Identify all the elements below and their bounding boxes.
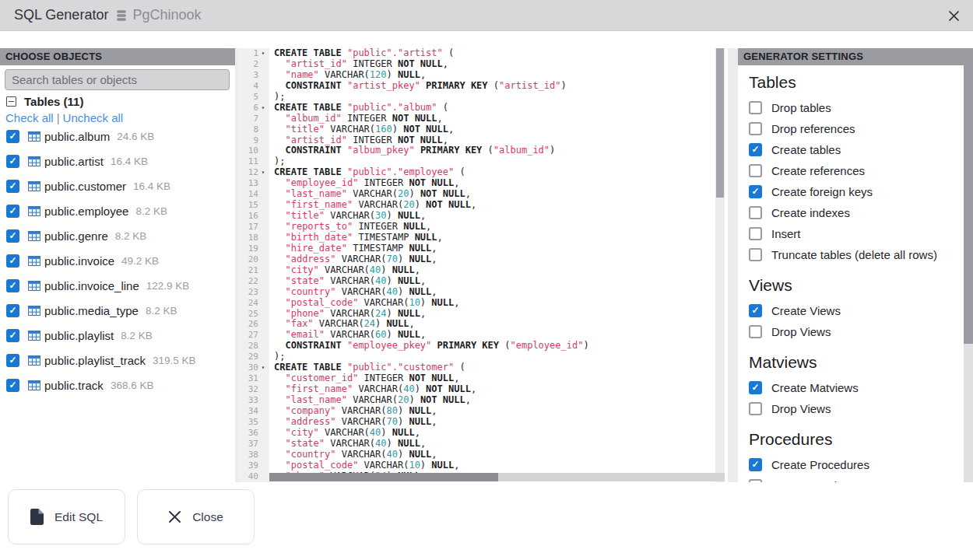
line-number[interactable]: 24 — [238, 298, 269, 309]
table-checkbox[interactable] — [6, 180, 19, 193]
option-checkbox[interactable] — [749, 458, 762, 471]
table-checkbox[interactable] — [6, 279, 19, 292]
line-number[interactable]: 38 — [238, 450, 269, 460]
code-line[interactable]: "birth_date" TIMESTAMP NULL, — [274, 233, 715, 243]
table-checkbox[interactable] — [6, 254, 19, 268]
code-line[interactable]: CONSTRAINT "album_pkey" PRIMARY KEY ("al… — [274, 145, 715, 156]
table-checkbox[interactable] — [6, 354, 19, 367]
option-row[interactable]: Drop Views — [749, 321, 965, 342]
option-checkbox[interactable] — [749, 122, 762, 135]
line-number[interactable]: 40 — [238, 471, 269, 482]
table-row[interactable]: public.playlist 8.2 KB — [0, 323, 235, 348]
code-line[interactable]: "country" VARCHAR(40) NULL, — [274, 287, 715, 298]
code-line[interactable]: "name" VARCHAR(120) NULL, — [274, 70, 715, 81]
line-number[interactable]: 3 — [238, 70, 269, 81]
code-line[interactable]: "postal_code" VARCHAR(10) NULL, — [274, 460, 715, 471]
line-number[interactable]: 17 — [238, 222, 269, 233]
settings-scrollbar[interactable] — [964, 65, 973, 482]
option-row[interactable]: Drop Views — [749, 398, 965, 419]
table-row[interactable]: public.track 368.6 KB — [0, 373, 235, 397]
option-checkbox[interactable] — [749, 164, 762, 177]
code-line[interactable]: "last_name" VARCHAR(20) NOT NULL, — [274, 189, 715, 200]
code-line[interactable]: "phone" VARCHAR(24) NULL, — [274, 309, 715, 320]
settings-scrollbar-thumb[interactable] — [964, 65, 973, 344]
line-number[interactable]: 27 — [238, 330, 269, 341]
line-number[interactable]: 14 — [238, 189, 269, 200]
code-line[interactable]: CONSTRAINT "employee_pkey" PRIMARY KEY (… — [274, 341, 715, 352]
option-checkbox[interactable] — [749, 248, 762, 261]
line-number[interactable]: 6▾ — [238, 103, 269, 114]
line-number[interactable]: 26 — [238, 319, 269, 330]
table-row[interactable]: public.invoice_line 122.9 KB — [0, 273, 235, 298]
code-line[interactable]: "album_id" INTEGER NOT NULL, — [274, 114, 715, 124]
code-line[interactable]: "company" VARCHAR(80) NULL, — [274, 406, 715, 417]
option-row[interactable]: Drop Procedures — [749, 475, 965, 482]
code-line[interactable]: "state" VARCHAR(40) NULL, — [274, 276, 715, 287]
line-number[interactable]: 2 — [238, 59, 269, 70]
close-button[interactable]: Close — [137, 489, 255, 544]
code-line[interactable]: "employee_id" INTEGER NOT NULL, — [274, 178, 715, 189]
fold-icon[interactable]: ▾ — [258, 167, 268, 178]
line-number[interactable]: 21 — [238, 265, 269, 276]
line-number[interactable]: 20 — [238, 254, 269, 265]
edit-sql-button[interactable]: Edit SQL — [8, 489, 125, 544]
option-checkbox[interactable] — [749, 101, 762, 114]
code-line[interactable]: "hire_date" TIMESTAMP NULL, — [274, 243, 715, 254]
option-row[interactable]: Truncate tables (delete all rows) — [749, 244, 965, 265]
option-checkbox[interactable] — [749, 206, 762, 219]
table-checkbox[interactable] — [6, 379, 19, 392]
option-checkbox[interactable] — [749, 402, 762, 415]
line-number[interactable]: 5 — [238, 92, 269, 103]
line-number[interactable]: 33 — [238, 395, 269, 406]
line-number[interactable]: 15 — [238, 200, 269, 211]
sql-editor[interactable]: 1▾23456▾789101112▾1314151617181920212223… — [238, 48, 728, 482]
line-number[interactable]: 16 — [238, 211, 269, 222]
option-checkbox[interactable] — [749, 325, 762, 338]
option-checkbox[interactable] — [749, 143, 762, 156]
code-line[interactable]: "last_name" VARCHAR(20) NOT NULL, — [274, 395, 715, 406]
code-line[interactable]: "customer_id" INTEGER NOT NULL, — [274, 373, 715, 384]
code-line[interactable]: CONSTRAINT "artist_pkey" PRIMARY KEY ("a… — [274, 81, 715, 92]
option-row[interactable]: Create foreign keys — [749, 181, 965, 202]
code-line[interactable]: "city" VARCHAR(40) NULL, — [274, 265, 715, 276]
line-number[interactable]: 29 — [238, 352, 269, 362]
table-row[interactable]: public.playlist_track 319.5 KB — [0, 348, 235, 373]
fold-icon[interactable]: ▾ — [258, 48, 268, 59]
table-checkbox[interactable] — [6, 304, 19, 317]
line-number[interactable]: 37 — [238, 439, 269, 450]
table-checkbox[interactable] — [6, 229, 19, 243]
check-all-link[interactable]: Check all — [5, 111, 54, 124]
option-checkbox[interactable] — [749, 185, 762, 198]
code-line[interactable]: "fax" VARCHAR(24) NULL, — [274, 319, 715, 330]
fold-icon[interactable]: ▾ — [258, 362, 268, 373]
line-number[interactable]: 9 — [238, 135, 269, 146]
line-number[interactable]: 18 — [238, 233, 269, 243]
editor-horizontal-scrollbar[interactable] — [269, 473, 725, 481]
line-number[interactable]: 30▾ — [238, 362, 269, 373]
table-checkbox[interactable] — [6, 205, 19, 218]
code-line[interactable]: ); — [274, 92, 715, 103]
code-line[interactable]: "title" VARCHAR(30) NULL, — [274, 211, 715, 222]
fold-icon[interactable]: ▾ — [258, 103, 268, 114]
code-line[interactable]: ); — [274, 352, 715, 362]
option-checkbox[interactable] — [749, 381, 762, 394]
editor-vertical-scrollbar-thumb[interactable] — [716, 48, 724, 198]
line-number[interactable]: 23 — [238, 287, 269, 298]
code-line[interactable]: "city" VARCHAR(40) NULL, — [274, 428, 715, 439]
table-row[interactable]: public.artist 16.4 KB — [0, 149, 235, 173]
option-row[interactable]: Create tables — [749, 139, 965, 160]
option-row[interactable]: Drop tables — [749, 97, 965, 118]
code-line[interactable]: CREATE TABLE "public"."artist" ( — [274, 48, 715, 59]
option-checkbox[interactable] — [749, 227, 762, 240]
dialog-close-icon[interactable] — [947, 9, 961, 23]
code-line[interactable]: "artist_id" INTEGER NOT NULL, — [274, 135, 715, 146]
code-line[interactable]: "postal_code" VARCHAR(10) NULL, — [274, 298, 715, 309]
table-checkbox[interactable] — [6, 329, 19, 342]
code-line[interactable]: "title" VARCHAR(160) NOT NULL, — [274, 124, 715, 135]
line-number[interactable]: 13 — [238, 178, 269, 189]
option-row[interactable]: Create Procedures — [749, 454, 965, 475]
option-row[interactable]: Insert — [749, 223, 965, 244]
code-line[interactable]: "state" VARCHAR(40) NULL, — [274, 439, 715, 450]
line-number[interactable]: 19 — [238, 243, 269, 254]
search-input[interactable] — [5, 69, 230, 90]
